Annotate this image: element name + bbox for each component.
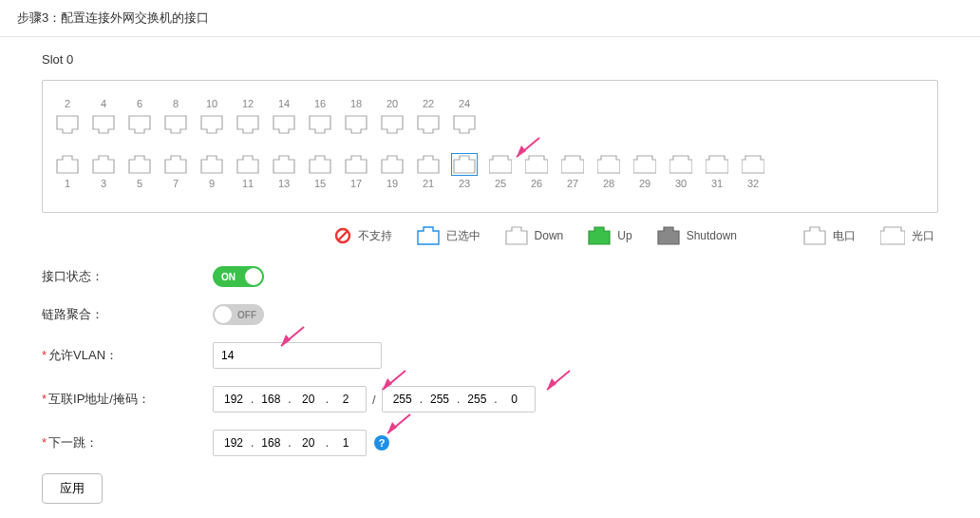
ip-slash: / [372,393,376,407]
port-27[interactable] [561,155,584,174]
port-28[interactable] [597,155,620,174]
port-number: 29 [639,178,650,191]
legend-fiber: 光口 [880,226,934,245]
port-number: 18 [350,98,362,111]
port-number: 5 [137,178,142,191]
port-21[interactable] [417,155,440,174]
legend-unsupported: 不支持 [334,227,392,244]
ip-b[interactable] [254,388,287,411]
port-number: 13 [278,178,290,191]
port-number: 8 [173,98,179,111]
port-number: 4 [101,98,106,111]
port-15[interactable] [309,155,331,174]
port-number: 23 [459,178,470,191]
port-number: 15 [314,178,326,191]
legend-selected: 已选中 [417,226,481,245]
port-25[interactable] [489,155,512,174]
help-icon[interactable]: ? [374,435,389,451]
port-3[interactable] [92,155,115,174]
port-24[interactable] [453,115,476,134]
port-29[interactable] [633,155,656,174]
toggle-link-aggregation[interactable]: OFF [213,304,264,325]
mask-c[interactable] [461,388,493,411]
port-2[interactable] [56,115,79,134]
port-number: 20 [386,98,398,111]
toggle-interface-status[interactable]: ON [213,266,264,287]
step-title: 步骤3：配置连接外网交换机的接口 [0,0,980,37]
port-number: 25 [495,178,506,191]
port-30[interactable] [669,155,692,174]
port-14[interactable] [273,115,295,134]
annotation-arrow-mask [543,371,575,396]
port-number: 2 [65,98,70,111]
port-32[interactable] [742,155,764,174]
legend-shutdown: Shutdown [657,226,737,245]
mask-d[interactable] [499,388,531,411]
mask-a[interactable] [386,388,419,411]
port-31[interactable] [706,155,728,174]
port-10[interactable] [200,115,223,134]
port-number: 10 [206,98,217,111]
label-ip: *互联IP地址/掩码： [42,391,213,408]
port-panel: 24681012141618202224 1357911131517192123… [42,80,938,213]
input-ip-mask[interactable]: . . . [382,386,536,412]
input-ip-address[interactable]: . . . [213,386,367,412]
legend-copper: 电口 [803,226,856,245]
port-number: 11 [242,178,254,191]
port-number: 16 [314,98,326,111]
port-number: 6 [137,98,142,111]
port-number: 22 [423,98,434,111]
port-8[interactable] [164,115,187,134]
mask-b[interactable] [424,388,456,411]
port-19[interactable] [381,155,404,174]
port-number: 17 [350,178,362,191]
nh-b[interactable] [254,432,287,454]
port-20[interactable] [381,115,404,134]
nh-a[interactable] [217,432,250,454]
port-6[interactable] [128,115,151,134]
label-nexthop: *下一跳： [42,434,213,451]
annotation-arrow-nexthop [384,414,416,440]
ip-a[interactable] [217,388,250,411]
port-11[interactable] [236,155,259,174]
legend-up: Up [588,226,631,245]
legend: 不支持 已选中 Down Up Shutdown 电口 光口 [42,226,938,245]
port-number: 19 [386,178,398,191]
port-16[interactable] [309,115,331,134]
label-status: 接口状态： [42,268,213,285]
legend-down: Down [505,226,564,245]
port-5[interactable] [128,155,151,174]
slot-label: Slot 0 [42,52,938,67]
port-9[interactable] [200,155,223,174]
port-13[interactable] [273,155,295,174]
port-number: 7 [173,178,179,191]
port-26[interactable] [525,155,548,174]
apply-button[interactable]: 应用 [42,473,103,504]
port-number: 9 [209,178,215,191]
nh-c[interactable] [292,432,325,454]
port-1[interactable] [56,155,79,174]
port-12[interactable] [236,115,259,134]
port-18[interactable] [345,115,368,134]
port-number: 3 [101,178,106,191]
port-17[interactable] [345,155,368,174]
port-22[interactable] [417,115,440,134]
ip-c[interactable] [292,388,325,411]
port-number: 12 [242,98,254,111]
label-agg: 链路聚合： [42,306,213,323]
port-number: 26 [531,178,542,191]
port-number: 27 [567,178,578,191]
port-number: 31 [711,178,723,191]
port-7[interactable] [164,155,187,174]
label-vlan: *允许VLAN： [42,347,213,364]
ip-d[interactable] [330,388,362,411]
port-number: 21 [423,178,434,191]
port-number: 28 [603,178,614,191]
port-23[interactable] [453,155,476,174]
nh-d[interactable] [330,432,362,454]
port-4[interactable] [92,115,115,134]
port-number: 14 [278,98,290,111]
input-nexthop[interactable]: . . . [213,430,367,456]
input-vlan[interactable] [213,342,382,369]
svg-line-5 [338,231,348,240]
